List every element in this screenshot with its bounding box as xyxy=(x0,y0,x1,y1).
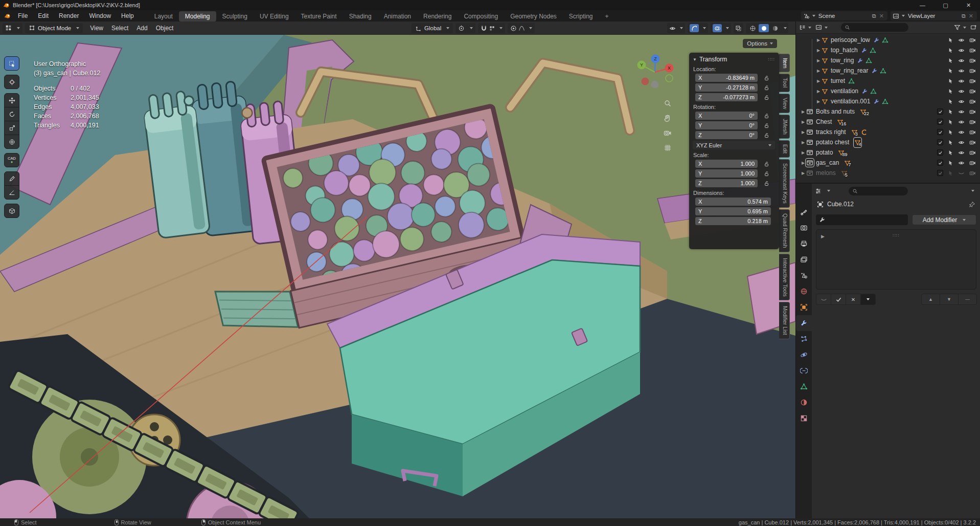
scene-name[interactable]: Scene xyxy=(815,13,871,19)
dimension-y-field[interactable]: Y0.695 m xyxy=(695,207,771,215)
tool-measure[interactable] xyxy=(4,185,19,200)
dimension-z-field[interactable]: Z0.218 m xyxy=(695,217,771,225)
collection-name[interactable]: Bolts and nuts xyxy=(816,108,855,115)
selectable-icon[interactable] xyxy=(948,89,953,94)
modifier-stack-panel[interactable]: ▶ ∷∷ xyxy=(816,229,976,290)
object-name[interactable]: ventilation xyxy=(831,87,858,95)
viewport-menu-object[interactable]: Object xyxy=(152,25,178,32)
shading-solid-button[interactable] xyxy=(759,24,769,32)
options-dropdown[interactable]: Options xyxy=(743,39,777,48)
expand-arrow[interactable]: ▶ xyxy=(815,79,822,83)
lock-icon[interactable] xyxy=(763,122,770,129)
hide-eye-icon[interactable] xyxy=(958,98,965,105)
move-modifier-up-button[interactable]: ▲ xyxy=(921,294,940,305)
tool-annotate[interactable] xyxy=(4,171,19,186)
outliner-collection-row[interactable]: ▶ melons 5 xyxy=(796,168,980,178)
sidebar-tab-jmesh[interactable]: JMesh xyxy=(779,115,790,139)
panel-collapse-chevron[interactable]: ▼ xyxy=(693,57,697,62)
tab-rendering[interactable]: Rendering xyxy=(417,11,458,21)
location-y-field[interactable]: Y-0.27128 m xyxy=(695,83,758,92)
modifier-extras-dropdown[interactable] xyxy=(860,294,876,305)
transform-orientation-dropdown[interactable]: Global xyxy=(412,23,453,33)
render-visibility-icon[interactable] xyxy=(969,119,976,125)
render-visibility-icon[interactable] xyxy=(969,149,976,156)
viewport-menu-select[interactable]: Select xyxy=(107,25,132,32)
collection-checkbox[interactable] xyxy=(937,149,943,156)
properties-tab-object[interactable] xyxy=(796,299,812,315)
menu-render[interactable]: Render xyxy=(54,10,84,21)
editor-type-dropdown[interactable] xyxy=(3,23,22,33)
camera-view-icon[interactable] xyxy=(664,129,672,137)
hide-eye-icon[interactable] xyxy=(958,78,965,84)
lock-icon[interactable] xyxy=(763,84,770,91)
properties-tab-tool[interactable] xyxy=(796,204,812,220)
unlink-scene-icon[interactable]: ✕ xyxy=(879,13,884,19)
scene-selector[interactable]: Scene ⧉ ✕ xyxy=(801,11,887,20)
render-visibility-icon[interactable] xyxy=(969,78,976,84)
mode-dropdown[interactable]: Object Mode xyxy=(25,23,83,33)
tool-cursor[interactable] xyxy=(4,75,19,89)
selectable-icon[interactable] xyxy=(948,58,953,63)
tool-transform[interactable] xyxy=(4,135,19,149)
menu-help[interactable]: Help xyxy=(116,10,139,21)
scale-z-field[interactable]: Z1.000 xyxy=(695,179,758,187)
hide-eye-icon[interactable] xyxy=(958,108,965,115)
axis-neg-z-ball[interactable] xyxy=(651,81,659,89)
collection-checkbox[interactable] xyxy=(937,129,943,135)
add-modifier-button[interactable]: Add Modifier xyxy=(912,214,976,225)
selectable-icon[interactable] xyxy=(948,68,953,74)
expand-arrow[interactable]: ▶ xyxy=(815,99,822,104)
viewport-menu-view[interactable]: View xyxy=(86,25,107,32)
outliner-search-input[interactable] xyxy=(841,23,908,32)
render-visibility-icon[interactable] xyxy=(969,47,976,54)
outliner-object-row[interactable]: ▶ periscope_low xyxy=(796,35,980,45)
properties-tab-material[interactable] xyxy=(796,394,812,410)
expand-arrow[interactable]: ▶ xyxy=(815,69,822,73)
expand-arrow[interactable]: ▶ xyxy=(800,161,806,165)
toggle-visibility-all-button[interactable] xyxy=(816,294,831,305)
minimize-button[interactable]: — xyxy=(911,0,934,10)
properties-tab-modifiers[interactable] xyxy=(796,315,812,331)
properties-filter-chevron[interactable] xyxy=(971,190,974,192)
selectable-icon[interactable] xyxy=(948,119,953,125)
shading-dropdown-chevron[interactable] xyxy=(784,27,787,29)
editor-type-chevron[interactable] xyxy=(827,190,830,192)
properties-tab-scene[interactable] xyxy=(796,268,812,283)
tab-sculpting[interactable]: Sculpting xyxy=(216,11,254,21)
pan-hand-icon[interactable] xyxy=(664,114,672,122)
hide-eye-icon[interactable] xyxy=(958,149,965,156)
expand-arrow[interactable]: ▶ xyxy=(815,48,822,53)
render-visibility-icon[interactable] xyxy=(969,37,976,43)
panel-drag-dots[interactable]: ∷∷ xyxy=(768,57,775,62)
render-visibility-icon[interactable] xyxy=(969,57,976,64)
properties-tab-world[interactable] xyxy=(796,283,812,299)
collection-checkbox[interactable] xyxy=(937,170,943,176)
tab-layout[interactable]: Layout xyxy=(148,11,179,21)
selectable-icon[interactable] xyxy=(948,78,953,84)
remove-all-modifiers-button[interactable]: ✕ xyxy=(846,294,861,305)
menu-file[interactable]: File xyxy=(13,10,33,21)
collection-checkbox[interactable] xyxy=(937,139,943,145)
properties-tab-physics[interactable] xyxy=(796,347,812,363)
properties-tab-output[interactable] xyxy=(796,236,812,252)
expand-arrow[interactable]: ▶ xyxy=(800,120,806,124)
properties-search-input[interactable] xyxy=(849,187,908,195)
hide-eye-icon[interactable] xyxy=(958,47,965,54)
tab-shading[interactable]: Shading xyxy=(343,11,378,21)
new-layer-icon[interactable]: ⧉ xyxy=(962,13,966,19)
render-visibility-icon[interactable] xyxy=(969,139,976,146)
selectable-icon[interactable] xyxy=(948,109,953,115)
object-name[interactable]: ventilation.001 xyxy=(831,98,870,105)
hide-eye-icon[interactable] xyxy=(958,88,965,95)
selectable-icon[interactable] xyxy=(948,37,953,43)
selectable-icon[interactable] xyxy=(948,160,953,166)
sidebar-tab-item[interactable]: Item xyxy=(779,54,790,72)
rotation-z-field[interactable]: Z0° xyxy=(695,131,758,139)
blender-menu-icon[interactable] xyxy=(4,13,11,19)
outliner-collection-row[interactable]: ▶ Bolts and nuts 22 xyxy=(796,106,980,117)
tool-select-box[interactable] xyxy=(4,56,19,71)
menu-edit[interactable]: Edit xyxy=(33,10,54,21)
outliner-collection-row[interactable]: ▶ tracks right 3 xyxy=(796,127,980,137)
scale-y-field[interactable]: Y1.000 xyxy=(695,169,758,178)
selectable-icon[interactable] xyxy=(948,129,953,135)
